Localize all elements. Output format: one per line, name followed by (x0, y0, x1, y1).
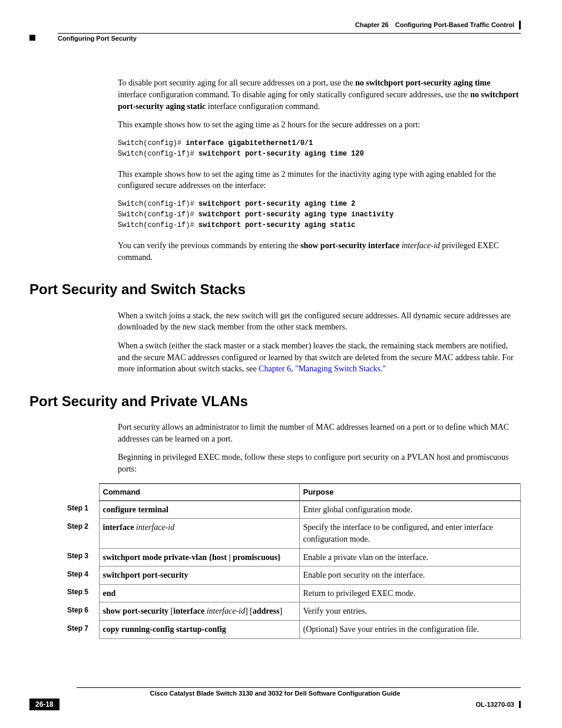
steps-table: Command Purpose Step 1 configure termina… (64, 483, 521, 639)
table-row: Step 6 show port-security [interface int… (64, 602, 521, 621)
footer-doc-title: Cisco Catalyst Blade Switch 3130 and 303… (29, 690, 521, 697)
cross-ref-link[interactable]: Chapter 6, "Managing Switch Stacks." (259, 364, 386, 373)
code-block: Switch(config-if)# switchport port-secur… (118, 199, 521, 230)
table-row: Step 5 end Return to privileged EXEC mod… (64, 584, 521, 602)
table-row: Step 1 configure terminal Enter global c… (64, 500, 521, 519)
paragraph: Beginning in privileged EXEC mode, follo… (118, 452, 521, 475)
paragraph: To disable port security aging for all s… (118, 77, 521, 112)
heading-private-vlans: Port Security and Private VLANs (29, 391, 521, 411)
table-row: Step 7 copy running-config startup-confi… (64, 621, 521, 639)
header-marker-icon (29, 35, 35, 41)
chapter-number: Chapter 26 (355, 21, 389, 28)
paragraph: This example shows how to set the aging … (118, 169, 521, 192)
page-header: Chapter 26 Configuring Port-Based Traffi… (29, 21, 521, 29)
paragraph: You can verify the previous commands by … (118, 240, 521, 263)
chapter-title: Configuring Port-Based Traffic Control (395, 21, 514, 28)
page-footer: Cisco Catalyst Blade Switch 3130 and 303… (29, 687, 521, 710)
col-purpose: Purpose (299, 483, 521, 500)
col-command: Command (99, 483, 299, 500)
paragraph: When a switch (either the stack master o… (118, 340, 521, 375)
paragraph: This example shows how to set the aging … (118, 119, 521, 131)
section-title: Configuring Port Security (58, 33, 521, 42)
header-chapter-line: Chapter 26 Configuring Port-Based Traffi… (355, 21, 521, 29)
code-block: Switch(config)# interface gigabitetherne… (118, 138, 521, 159)
doc-id: OL-13270-03 (476, 701, 521, 708)
table-row: Step 3 switchport mode private-vlan {hos… (64, 548, 521, 566)
heading-switch-stacks: Port Security and Switch Stacks (29, 279, 521, 299)
paragraph: Port security allows an administrator to… (118, 421, 521, 444)
main-content: To disable port security aging for all s… (118, 77, 521, 638)
table-header-row: Command Purpose (64, 483, 521, 500)
header-section-row: Configuring Port Security (29, 33, 521, 42)
table-row: Step 2 interface interface-id Specify th… (64, 519, 521, 548)
paragraph: When a switch joins a stack, the new swi… (118, 310, 521, 333)
page-number-badge: 26-18 (29, 699, 59, 710)
table-row: Step 4 switchport port-security Enable p… (64, 566, 521, 585)
